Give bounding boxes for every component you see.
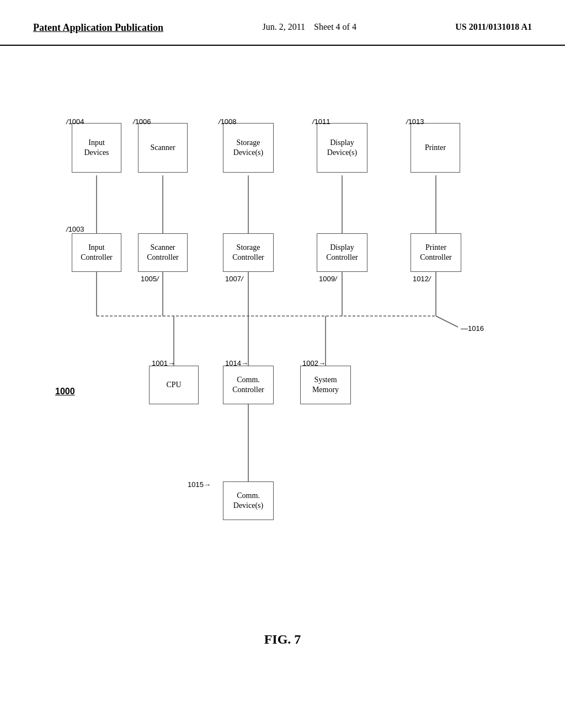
- input-devices-ref: /1004: [66, 117, 84, 126]
- storage-controller-box: StorageController: [223, 233, 274, 272]
- display-controller-ref: 1009/: [319, 275, 337, 283]
- printer-ref: /1013: [406, 117, 424, 126]
- scanner-controller-label: ScannerController: [147, 243, 179, 263]
- comm-devices-ref: 1015→: [188, 480, 211, 489]
- scanner-controller-box: ScannerController: [138, 233, 188, 272]
- input-devices-label: InputDevices: [84, 138, 109, 158]
- scanner-box: Scanner: [138, 123, 188, 173]
- cpu-label: CPU: [166, 380, 181, 390]
- header-date: Jun. 2, 2011: [262, 22, 305, 31]
- scanner-controller-ref: 1005/: [141, 275, 159, 283]
- diagram-area: InputDevices /1004 Scanner /1006 Storage…: [0, 46, 565, 680]
- storage-devices-label: StorageDevice(s): [233, 138, 263, 158]
- header-right-label: US 2011/0131018 A1: [455, 22, 532, 32]
- header-sheet: Sheet 4 of 4: [314, 22, 356, 31]
- storage-controller-label: StorageController: [232, 243, 264, 263]
- scanner-label: Scanner: [150, 143, 175, 153]
- system-memory-ref: 1002→: [302, 359, 326, 367]
- storage-controller-ref: 1007/: [225, 275, 243, 283]
- display-controller-box: DisplayController: [317, 233, 367, 272]
- printer-box: Printer: [411, 123, 460, 173]
- svg-line-15: [436, 316, 458, 327]
- input-controller-label: InputController: [81, 243, 113, 263]
- header-left-label: Patent Application Publication: [33, 22, 163, 34]
- bus-ref: —1016: [461, 324, 484, 333]
- scanner-ref: /1006: [133, 117, 151, 126]
- comm-devices-label: Comm.Device(s): [233, 491, 263, 511]
- cpu-box: CPU: [149, 366, 199, 404]
- printer-label: Printer: [425, 143, 446, 153]
- figure-label: FIG. 7: [264, 632, 301, 647]
- input-controller-ref: /1003: [66, 225, 84, 233]
- storage-devices-box: StorageDevice(s): [223, 123, 274, 173]
- system-memory-label: SystemMemory: [312, 375, 339, 395]
- printer-controller-label: PrinterController: [420, 243, 452, 263]
- printer-controller-box: PrinterController: [411, 233, 461, 272]
- comm-devices-box: Comm.Device(s): [223, 481, 274, 520]
- system-memory-box: SystemMemory: [300, 366, 351, 404]
- input-controller-box: InputController: [72, 233, 121, 272]
- storage-devices-ref: /1008: [218, 117, 237, 126]
- display-devices-ref: /1011: [312, 117, 331, 126]
- comm-controller-ref: 1014→: [225, 359, 248, 367]
- display-devices-box: DisplayDevice(s): [317, 123, 367, 173]
- printer-controller-ref: 1012/: [413, 275, 431, 283]
- page-header: Patent Application Publication Jun. 2, 2…: [0, 0, 565, 46]
- diagram-label: 1000: [55, 387, 75, 397]
- comm-controller-label: Comm.Controller: [232, 375, 264, 395]
- comm-controller-box: Comm.Controller: [223, 366, 274, 404]
- header-center: Jun. 2, 2011 Sheet 4 of 4: [262, 22, 356, 32]
- cpu-ref: 1001→: [152, 359, 175, 367]
- display-controller-label: DisplayController: [326, 243, 358, 263]
- display-devices-label: DisplayDevice(s): [327, 138, 357, 158]
- input-devices-box: InputDevices: [72, 123, 121, 173]
